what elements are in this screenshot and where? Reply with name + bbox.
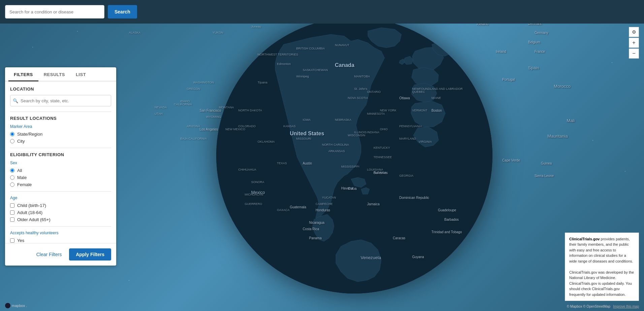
tab-results[interactable]: RESULTS bbox=[38, 67, 70, 81]
map-label-mali: Mali bbox=[567, 118, 575, 123]
map-label-portugal: Portugal bbox=[502, 78, 515, 81]
map-label-arizona: ARIZONA bbox=[187, 125, 200, 128]
radio-city-label: City bbox=[17, 139, 25, 144]
map-label-ireland: Ireland bbox=[496, 50, 506, 54]
tab-filters[interactable]: FILTERS bbox=[8, 67, 38, 81]
search-button[interactable]: Search bbox=[108, 5, 137, 19]
radio-city-input[interactable] bbox=[10, 139, 14, 143]
checkbox-child-input[interactable] bbox=[10, 203, 14, 208]
age-options: Child (birth-17) Adult (18-64) Older Adu… bbox=[10, 203, 111, 222]
location-search-icon: 🔍 bbox=[13, 98, 18, 103]
divider-3 bbox=[10, 191, 111, 192]
checkbox-adult[interactable]: Adult (18-64) bbox=[10, 210, 111, 215]
checkbox-yes[interactable]: Yes bbox=[10, 238, 111, 243]
map-controls: ⚙ + − bbox=[629, 27, 639, 59]
result-location-options: State/Region City bbox=[10, 132, 111, 144]
radio-state-region-label: State/Region bbox=[17, 132, 42, 137]
apply-filters-button[interactable]: Apply Filters bbox=[69, 248, 111, 261]
info-text-2: ClinicalTrials.gov was developed by the … bbox=[569, 270, 635, 298]
result-locations-title: RESULT LOCATIONS bbox=[10, 116, 111, 121]
map-label-idaho: IDAHO bbox=[180, 100, 190, 103]
radio-all-input[interactable] bbox=[10, 168, 14, 173]
volunteers-options: Yes bbox=[10, 238, 111, 243]
map-label-mauritania: Mauritania bbox=[547, 134, 568, 139]
map-label-sierra-leone: Sierra Leone bbox=[535, 174, 554, 178]
panel-footer: Clear Filters Apply Filters bbox=[5, 243, 116, 266]
zoom-in-button[interactable]: + bbox=[629, 38, 639, 48]
map-label-california: CALIFORNIA bbox=[174, 103, 192, 106]
checkbox-child[interactable]: Child (birth-17) bbox=[10, 203, 111, 208]
map-label-belgium: Belgium bbox=[528, 40, 540, 44]
map-label-washington: WASHINGTON bbox=[193, 81, 214, 84]
attribution: © Mapbox © OpenStreetMap Improve this ma… bbox=[567, 305, 639, 308]
map-label-morocco: Morocco bbox=[554, 84, 571, 89]
map-label-france: France bbox=[535, 50, 545, 54]
map-label-cape-verde: Cape Verde bbox=[502, 159, 520, 162]
radio-female-label: Female bbox=[17, 182, 32, 187]
divider-4 bbox=[10, 226, 111, 227]
location-search-input[interactable] bbox=[10, 95, 111, 106]
radio-all-label: All bbox=[17, 168, 22, 173]
map-label-alaska: ALASKA bbox=[129, 31, 140, 34]
tab-list[interactable]: LIST bbox=[70, 67, 91, 81]
clear-filters-button[interactable]: Clear Filters bbox=[32, 248, 66, 261]
age-label: Age bbox=[10, 196, 111, 200]
map-label-guinea: Guinea bbox=[541, 162, 552, 165]
checkbox-older-adult-label: Older Adult (65+) bbox=[17, 217, 51, 222]
map-label-baja-california: BAJA CALIFORNIA bbox=[180, 137, 207, 140]
marker-area-label: Marker Area bbox=[10, 124, 111, 129]
globe bbox=[216, 18, 492, 293]
panel-tabs: FILTERS RESULTS LIST bbox=[5, 67, 116, 81]
sex-options: All Male Female bbox=[10, 168, 111, 187]
radio-all[interactable]: All bbox=[10, 168, 111, 173]
eligibility-title: ELIGIBILITY CRITERION bbox=[10, 152, 111, 157]
radio-female[interactable]: Female bbox=[10, 182, 111, 187]
improve-map-link[interactable]: Improve this map bbox=[613, 305, 639, 308]
radio-state-region[interactable]: State/Region bbox=[10, 132, 111, 137]
radio-female-input[interactable] bbox=[10, 182, 14, 187]
attribution-text: © Mapbox © OpenStreetMap bbox=[567, 305, 610, 308]
filter-panel: FILTERS RESULTS LIST LOCATION 🔍 RESULT L… bbox=[5, 67, 116, 266]
sex-label: Sex bbox=[10, 161, 111, 165]
location-title: LOCATION bbox=[10, 87, 111, 92]
info-text-1: ClinicalTrials.gov provides patients, th… bbox=[569, 236, 635, 264]
checkbox-yes-input[interactable] bbox=[10, 238, 14, 243]
mapbox-logo-text: mapbox . bbox=[12, 304, 27, 308]
search-bar: Search bbox=[0, 0, 644, 24]
radio-male[interactable]: Male bbox=[10, 175, 111, 180]
info-box: ClinicalTrials.gov provides patients, th… bbox=[565, 233, 639, 301]
map-label-nevada: NEVADA bbox=[155, 106, 167, 109]
map-label-spain: Spain bbox=[528, 65, 539, 70]
map-label-utah: UTAH bbox=[155, 112, 163, 115]
map-settings-button[interactable]: ⚙ bbox=[629, 27, 639, 37]
search-input[interactable] bbox=[5, 5, 104, 19]
radio-state-region-input[interactable] bbox=[10, 132, 14, 136]
checkbox-child-label: Child (birth-17) bbox=[17, 203, 46, 208]
checkbox-older-adult-input[interactable] bbox=[10, 217, 14, 222]
radio-city[interactable]: City bbox=[10, 139, 111, 144]
checkbox-older-adult[interactable]: Older Adult (65+) bbox=[10, 217, 111, 222]
info-brand: ClinicalTrials.gov bbox=[569, 237, 600, 241]
map-label-oregon: OREGON bbox=[187, 87, 200, 91]
panel-content: LOCATION 🔍 RESULT LOCATIONS Marker Area … bbox=[5, 81, 116, 243]
location-search-container: 🔍 bbox=[10, 95, 111, 106]
map-label-germany: Germany bbox=[535, 31, 548, 35]
checkbox-adult-input[interactable] bbox=[10, 210, 14, 215]
volunteers-label: Accepts healthy volunteers bbox=[10, 231, 111, 235]
divider-2 bbox=[10, 148, 111, 148]
map-label-los-angeles: Los Angeles bbox=[200, 128, 218, 131]
radio-male-label: Male bbox=[17, 175, 27, 180]
divider-1 bbox=[10, 111, 111, 112]
checkbox-adult-label: Adult (18-64) bbox=[17, 210, 42, 215]
zoom-out-button[interactable]: − bbox=[629, 48, 639, 59]
checkbox-yes-label: Yes bbox=[17, 238, 24, 243]
mapbox-logo: mapbox . bbox=[5, 303, 27, 308]
radio-male-input[interactable] bbox=[10, 175, 14, 180]
